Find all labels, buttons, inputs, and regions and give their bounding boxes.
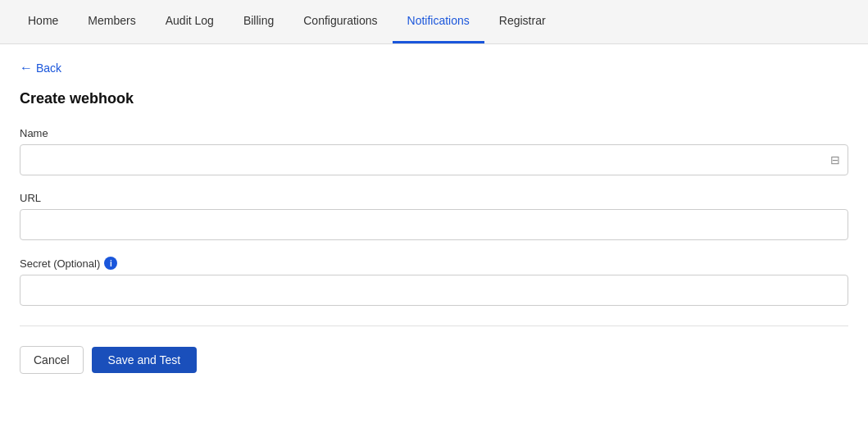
input-icon: ⊟	[830, 153, 840, 166]
nav-item-audit-log[interactable]: Audit Log	[151, 0, 229, 43]
name-label: Name	[20, 127, 848, 139]
info-icon[interactable]: i	[104, 257, 117, 270]
url-input[interactable]	[20, 209, 848, 240]
secret-label: Secret (Optional)	[20, 257, 100, 270]
nav-item-billing[interactable]: Billing	[229, 0, 289, 43]
nav-item-configurations[interactable]: Configurations	[289, 0, 392, 43]
secret-field-group: Secret (Optional) i	[20, 257, 848, 306]
section-divider	[20, 325, 848, 326]
nav-item-registrar[interactable]: Registrar	[484, 0, 561, 43]
back-link[interactable]: ← Back	[20, 61, 61, 75]
nav-item-notifications[interactable]: Notifications	[393, 0, 484, 43]
name-input-wrapper: ⊟	[20, 144, 848, 175]
nav-item-members[interactable]: Members	[73, 0, 150, 43]
top-nav: Home Members Audit Log Billing Configura…	[0, 0, 868, 44]
secret-label-row: Secret (Optional) i	[20, 257, 848, 270]
back-label: Back	[36, 61, 61, 75]
url-field-group: URL	[20, 192, 848, 240]
secret-input[interactable]	[20, 275, 848, 306]
main-content: ← Back Create webhook Name ⊟ URL Secret …	[0, 44, 868, 390]
cancel-button[interactable]: Cancel	[20, 346, 84, 374]
back-arrow-icon: ←	[20, 61, 33, 75]
name-input[interactable]	[20, 144, 848, 175]
page-title: Create webhook	[20, 90, 848, 107]
button-row: Cancel Save and Test	[20, 346, 848, 374]
save-and-test-button[interactable]: Save and Test	[92, 347, 197, 373]
name-field-group: Name ⊟	[20, 127, 848, 175]
nav-item-home[interactable]: Home	[13, 0, 73, 43]
url-label: URL	[20, 192, 848, 204]
